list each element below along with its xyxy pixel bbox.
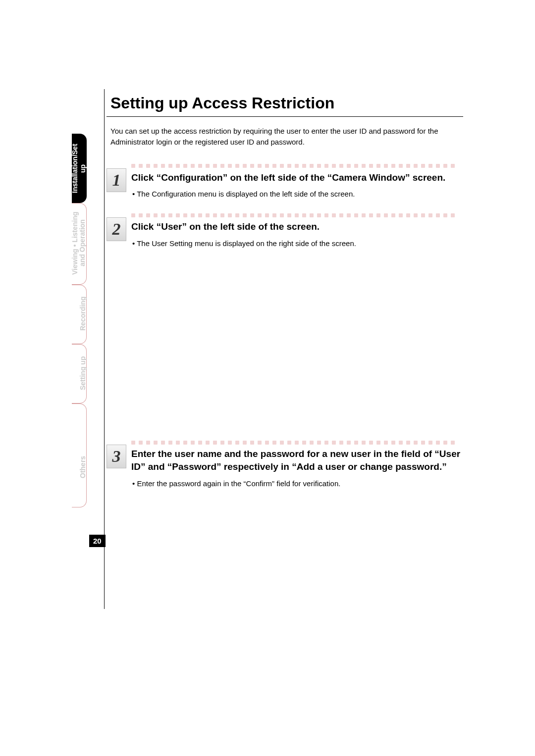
step-bullet: The User Setting menu is displayed on th… bbox=[131, 238, 463, 249]
step-number-badge: 2 bbox=[107, 217, 126, 241]
content-area: Setting up Access Restriction You can se… bbox=[107, 89, 463, 500]
tab-setting-up: Setting up bbox=[72, 344, 87, 403]
step-2: 2 Click “User” on the left side of the s… bbox=[107, 210, 463, 249]
step-3: 3 Enter the user name and the password f… bbox=[107, 438, 463, 489]
step-heading: Click “Configuration” on the left side o… bbox=[131, 171, 463, 184]
tab-label: Setting up bbox=[79, 350, 87, 397]
step-bullet: Enter the password again in the “Confirm… bbox=[131, 478, 463, 489]
tab-recording: Recording bbox=[72, 285, 87, 344]
step-heading: Click “User” on the left side of the scr… bbox=[131, 220, 463, 233]
step-heading: Enter the user name and the password for… bbox=[131, 448, 463, 473]
step-number-badge: 1 bbox=[107, 168, 126, 192]
tab-label: Recording bbox=[79, 290, 87, 337]
tab-label: Others bbox=[79, 434, 87, 501]
tab-label: Viewing • Listening and Operation bbox=[71, 208, 87, 278]
decorative-dots bbox=[131, 161, 463, 168]
tab-label: Installation/Set up bbox=[71, 139, 87, 198]
tab-viewing-listening: Viewing • Listening and Operation bbox=[72, 203, 87, 285]
step-1: 1 Click “Configuration” on the left side… bbox=[107, 161, 463, 200]
tab-installation-setup: Installation/Set up bbox=[72, 134, 87, 203]
content-left-rule bbox=[104, 89, 105, 609]
section-tab-strip: Installation/Set up bbox=[72, 134, 97, 208]
tab-others: Others bbox=[72, 403, 87, 507]
page-title: Setting up Access Restriction bbox=[107, 89, 463, 117]
screenshot-placeholder-gap bbox=[107, 259, 463, 438]
intro-paragraph: You can set up the access restriction by… bbox=[107, 126, 463, 148]
decorative-dots bbox=[131, 438, 463, 445]
step-bullet: The Configuration menu is displayed on t… bbox=[131, 189, 463, 200]
decorative-dots bbox=[131, 210, 463, 217]
page-number-badge: 20 bbox=[89, 535, 106, 547]
manual-page: Installation/Set up Viewing • Listening … bbox=[0, 0, 535, 756]
step-number-badge: 3 bbox=[107, 445, 126, 468]
